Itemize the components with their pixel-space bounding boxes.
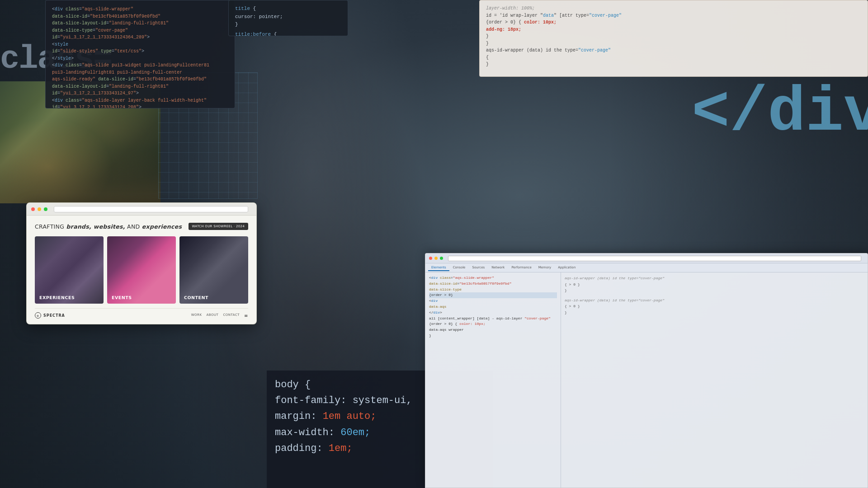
card-content[interactable]: CONTENT [179, 236, 248, 304]
code-line: </div> [429, 310, 557, 316]
mockup-headline-text: CRAFTING brands, websites, AND experienc… [35, 223, 182, 230]
code-line: data-slice-type [429, 287, 557, 293]
website-mockup-panel[interactable]: CRAFTING brands, websites, AND experienc… [26, 202, 257, 324]
code-line: aqs-slide-ready" data-slice-id="be13cfb4… [52, 76, 228, 83]
code-line: { [486, 54, 861, 61]
code-line: data-aqs wrapper [429, 327, 557, 333]
code-line: <style [52, 41, 228, 48]
code-line: </style> [52, 55, 228, 62]
code-line: } [486, 61, 861, 68]
code-line: } [565, 310, 864, 316]
tab-console[interactable]: Console [450, 265, 469, 271]
code-panel-top-right: layer-width: 100%; id = 'id wrap-layer "… [479, 0, 868, 77]
devtools-body: <div class="aqs-slide-wrapper" data-slic… [425, 272, 868, 488]
code-line: data-slice-id="be13cfb4a0857f8f9e0fbd" [429, 281, 557, 287]
code-line: } [486, 33, 861, 40]
code-line: aqs-id-wrapper (data) id the type="cover… [565, 297, 864, 304]
logo-icon: ⊙ [35, 312, 41, 319]
mockup-cards-row: EXPERIENCES EVENTS CONTENT [35, 236, 248, 304]
code-line: { > 0 } [565, 303, 864, 310]
code-line: id="yui_3_17_2_1_1733343124364_289"> [52, 34, 228, 41]
code-line: aqs-id-wrapper (data) id the type="cover… [486, 47, 861, 54]
code-line: } [486, 40, 861, 47]
code-line: } [429, 333, 557, 339]
watch-showreel-button[interactable]: WATCH OUR SHOWREEL · 2024 [189, 223, 249, 230]
code-line: data-slice-layout-id="landing-full-right… [52, 20, 228, 27]
browser-url-bar [54, 206, 248, 212]
tab-performance[interactable]: Performance [508, 265, 534, 271]
code-line: <div class="aqs-slide-layer layer-back f… [52, 97, 228, 104]
code-line: title:before { [235, 31, 341, 36]
code-line: <div class="aqs-slide-wrapper" [52, 6, 228, 13]
code-panel-top-left: <div class="aqs-slide-wrapper" data-slic… [45, 0, 235, 108]
code-line: all [content_wrapper] [data] - aqs-id-la… [429, 316, 557, 322]
code-line-selected: {order > 0} [429, 292, 557, 298]
devtools-panel: Elements Console Sources Network Perform… [425, 253, 868, 488]
mockup-logo: ⊙ SPECTRA [35, 312, 65, 319]
card-events-label: EVENTS [112, 295, 132, 300]
tab-elements[interactable]: Elements [428, 265, 449, 271]
code-line: id="yui_3_17_2_1_1733343124_97"> [52, 90, 228, 97]
nav-work[interactable]: WORK [191, 313, 202, 318]
devtools-title-bar [425, 253, 868, 263]
code-line: data-slice-type="cover-page" [52, 27, 228, 34]
code-line: <div class="aqs-slide-wrapper" [429, 275, 557, 281]
code-line: layer-width: 100%; [486, 5, 861, 12]
code-line: } [565, 287, 864, 294]
code-line: {order > 0} { color: 10px; [429, 321, 557, 327]
nav-about[interactable]: ABOUT [207, 313, 219, 318]
code-line: aqs-id-wrapper (data) id the type="cover… [565, 275, 864, 282]
browser-dot-yellow [38, 207, 41, 211]
code-panel-top-center: title { cursor: pointer; } title:before … [228, 0, 348, 36]
code-line: pui3-landingFullright81 pui3-landing-ful… [52, 69, 228, 76]
browser-dot-red [31, 207, 35, 211]
mockup-nav: WORK ABOUT CONTACT ≡ [191, 313, 248, 318]
devtools-url-bar [448, 256, 861, 261]
mockup-content: CRAFTING brands, websites, AND experienc… [27, 216, 256, 324]
mockup-footer: ⊙ SPECTRA WORK ABOUT CONTACT ≡ [35, 308, 248, 319]
tab-network[interactable]: Network [488, 265, 508, 271]
code-line: data-slice-id="be13cfb401a857bf0f9e0fbd" [52, 13, 228, 20]
logo-text: SPECTRA [43, 314, 65, 318]
tab-sources[interactable]: Sources [469, 265, 488, 271]
code-line: title { [235, 5, 341, 13]
code-line: } [235, 21, 341, 29]
code-line: id="slide-styles" type="text/css"> [52, 48, 228, 55]
hamburger-icon[interactable]: ≡ [244, 313, 248, 318]
tab-application[interactable]: Application [555, 265, 579, 271]
code-line: cursor: pointer; [235, 13, 341, 21]
card-experiences-label: EXPERIENCES [39, 295, 75, 300]
code-line: data-aqs [429, 304, 557, 310]
devtools-tabs: Elements Console Sources Network Perform… [425, 263, 868, 272]
code-line: <div [429, 298, 557, 304]
card-events[interactable]: EVENTS [107, 236, 176, 304]
browser-bar [27, 203, 256, 216]
card-experiences[interactable]: EXPERIENCES [35, 236, 104, 304]
code-line: { > 0 } [565, 282, 864, 288]
code-line: <div class="aqs-slide pui3-widget pui3-l… [52, 62, 228, 69]
tab-memory[interactable]: Memory [535, 265, 554, 271]
devtools-css-panel: aqs-id-wrapper (data) id the type="cover… [561, 272, 868, 488]
code-line: id = 'id wrap-layer "data" [attr type="c… [486, 12, 861, 19]
mockup-headline-row: CRAFTING brands, websites, AND experienc… [35, 223, 248, 230]
big-div-text: </div [692, 77, 868, 149]
nav-contact[interactable]: CONTACT [223, 313, 240, 318]
devtools-dot-yellow [434, 257, 438, 260]
card-content-label: CONTENT [184, 295, 208, 300]
code-line: id="yui_3_17_2_1_1733343124_208"> [52, 104, 228, 108]
code-line: data-slice-layout-id="landing-full-right… [52, 83, 228, 90]
devtools-dot-green [440, 257, 443, 260]
devtools-dot-red [429, 257, 432, 260]
devtools-html-panel: <div class="aqs-slide-wrapper" data-slic… [425, 272, 561, 488]
browser-dot-green [44, 207, 47, 211]
code-line: {order > 0} { color: 10px; [486, 19, 861, 26]
code-line: add-ng: 18px; [486, 26, 861, 33]
